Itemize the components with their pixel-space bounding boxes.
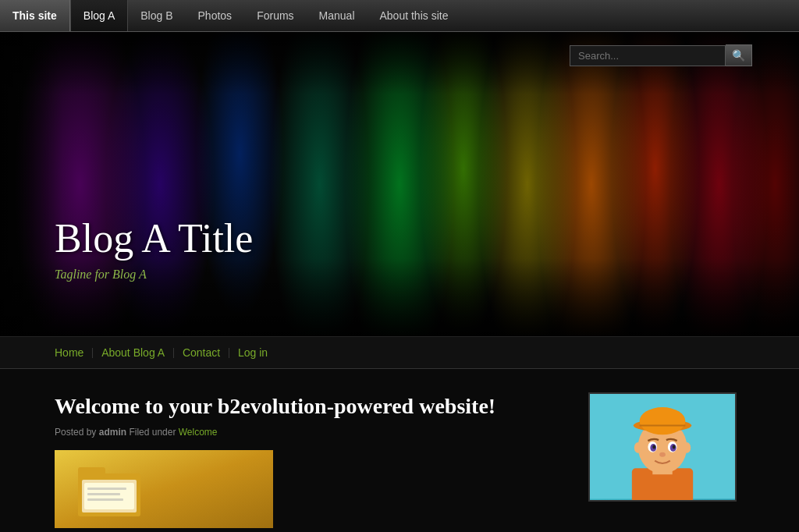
nav-forums[interactable]: Forums [244,0,306,31]
post-category[interactable]: Welcome [179,427,218,438]
hero-banner: 🔍 Blog A Title Tagline for Blog A [0,32,799,336]
sec-nav-contact[interactable]: Contact [178,346,225,359]
this-site-link[interactable]: This site [0,0,70,31]
post-image [55,450,273,528]
post-meta: Posted by admin Filed under Welcome [55,427,565,438]
nav-about[interactable]: About this site [368,0,461,31]
nav-separator-1: | [88,346,97,359]
svg-rect-7 [87,493,120,495]
svg-rect-5 [84,483,134,509]
nav-blog-a[interactable]: Blog A [70,0,128,31]
nav-separator-3: | [225,346,233,359]
blog-tagline: Tagline for Blog A [55,268,253,282]
svg-point-23 [634,442,642,453]
nav-blog-b[interactable]: Blog B [128,0,185,31]
search-button[interactable]: 🔍 [726,44,752,66]
avatar-svg [590,392,735,500]
top-navigation: This site Blog A Blog B Photos Forums Ma… [0,0,799,32]
avatar-container [588,392,737,502]
svg-point-14 [640,407,686,434]
svg-point-24 [683,442,691,453]
sec-nav-about-blog[interactable]: About Blog A [97,346,169,359]
secondary-navigation: Home | About Blog A | Contact | Log in [0,336,799,369]
search-input[interactable] [570,45,726,66]
content-left: Welcome to your b2evolution-powered webs… [55,392,565,528]
sec-nav-home[interactable]: Home [55,346,88,359]
svg-rect-6 [87,488,126,490]
content-right [588,392,744,528]
search-box: 🔍 [570,44,752,66]
hero-left-fade [0,32,62,336]
blog-title-block: Blog A Title Tagline for Blog A [55,215,253,282]
svg-rect-3 [78,467,105,478]
post-image-svg [55,450,273,528]
nav-photos[interactable]: Photos [186,0,245,31]
main-content: Welcome to your b2evolution-powered webs… [0,369,799,532]
sec-nav-login[interactable]: Log in [233,346,272,359]
svg-point-20 [652,445,655,449]
svg-rect-8 [87,498,123,501]
post-title: Welcome to your b2evolution-powered webs… [55,392,565,420]
svg-point-21 [673,445,676,449]
post-meta-text: Posted by admin Filed under Welcome [55,427,218,438]
search-icon: 🔍 [732,49,745,62]
blog-title: Blog A Title [55,215,253,261]
svg-point-22 [659,452,666,457]
nav-separator-2: | [169,346,178,359]
nav-manual[interactable]: Manual [307,0,368,31]
